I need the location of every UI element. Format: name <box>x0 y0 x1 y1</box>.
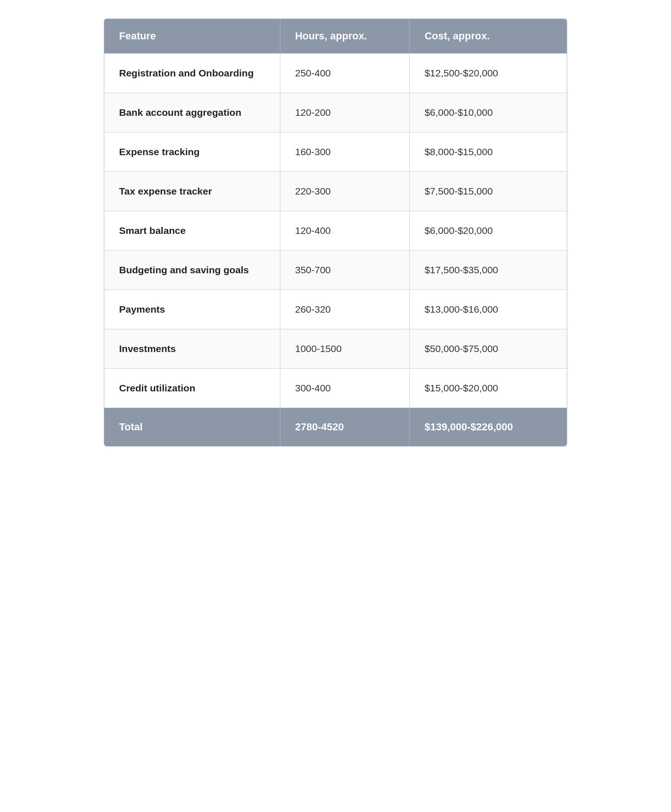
cell-feature: Expense tracking <box>104 132 280 172</box>
footer-cost: $139,000-$226,000 <box>410 408 567 447</box>
cell-feature: Credit utilization <box>104 369 280 408</box>
cell-cost: $15,000-$20,000 <box>410 369 567 408</box>
cell-hours: 220-300 <box>280 172 409 211</box>
cell-feature: Registration and Onboarding <box>104 54 280 93</box>
header-feature: Feature <box>104 19 280 54</box>
pricing-table: Feature Hours, approx. Cost, approx. Reg… <box>104 19 567 446</box>
cell-feature: Tax expense tracker <box>104 172 280 211</box>
cell-cost: $12,500-$20,000 <box>410 54 567 93</box>
table-row: Smart balance120-400$6,000-$20,000 <box>104 211 567 251</box>
header-hours: Hours, approx. <box>280 19 409 54</box>
table-row: Registration and Onboarding250-400$12,50… <box>104 54 567 93</box>
cell-feature: Investments <box>104 329 280 369</box>
cell-hours: 120-200 <box>280 93 409 132</box>
cell-hours: 300-400 <box>280 369 409 408</box>
cell-hours: 260-320 <box>280 290 409 329</box>
cell-cost: $17,500-$35,000 <box>410 251 567 290</box>
cell-hours: 250-400 <box>280 54 409 93</box>
table-footer-row: Total 2780-4520 $139,000-$226,000 <box>104 408 567 447</box>
cell-cost: $8,000-$15,000 <box>410 132 567 172</box>
cell-feature: Budgeting and saving goals <box>104 251 280 290</box>
cell-cost: $13,000-$16,000 <box>410 290 567 329</box>
cell-cost: $7,500-$15,000 <box>410 172 567 211</box>
cell-hours: 120-400 <box>280 211 409 251</box>
header-cost: Cost, approx. <box>410 19 567 54</box>
table-header-row: Feature Hours, approx. Cost, approx. <box>104 19 567 54</box>
pricing-table-wrapper: Feature Hours, approx. Cost, approx. Reg… <box>104 19 567 447</box>
cell-hours: 1000-1500 <box>280 329 409 369</box>
table-row: Investments1000-1500$50,000-$75,000 <box>104 329 567 369</box>
table-row: Credit utilization300-400$15,000-$20,000 <box>104 369 567 408</box>
cell-feature: Smart balance <box>104 211 280 251</box>
cell-feature: Bank account aggregation <box>104 93 280 132</box>
cell-cost: $6,000-$20,000 <box>410 211 567 251</box>
cell-hours: 160-300 <box>280 132 409 172</box>
footer-label: Total <box>104 408 280 447</box>
footer-hours: 2780-4520 <box>280 408 409 447</box>
cell-cost: $6,000-$10,000 <box>410 93 567 132</box>
table-body: Registration and Onboarding250-400$12,50… <box>104 54 567 408</box>
table-row: Payments260-320$13,000-$16,000 <box>104 290 567 329</box>
table-row: Budgeting and saving goals350-700$17,500… <box>104 251 567 290</box>
cell-cost: $50,000-$75,000 <box>410 329 567 369</box>
table-row: Bank account aggregation120-200$6,000-$1… <box>104 93 567 132</box>
table-row: Tax expense tracker220-300$7,500-$15,000 <box>104 172 567 211</box>
cell-hours: 350-700 <box>280 251 409 290</box>
table-row: Expense tracking160-300$8,000-$15,000 <box>104 132 567 172</box>
cell-feature: Payments <box>104 290 280 329</box>
